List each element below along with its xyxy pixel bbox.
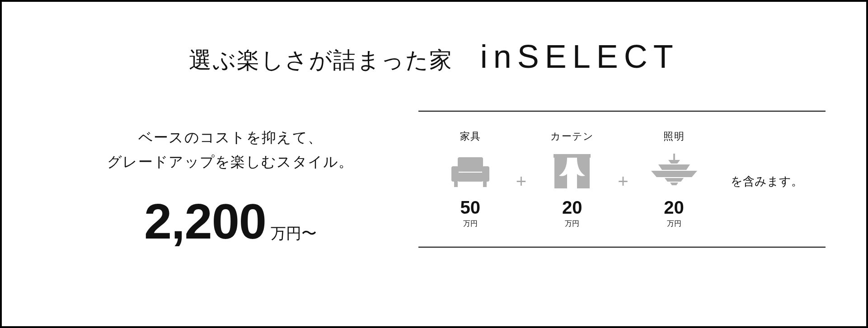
svg-rect-6 [554, 154, 591, 158]
inclusion-label: 家具 [460, 130, 481, 143]
sofa-icon [448, 151, 493, 192]
inclusion-amount: 20 [562, 198, 582, 216]
headline-tagline: 選ぶ楽しさが詰まった家 [189, 45, 453, 75]
left-column: ベースのコストを抑えて、 グレードアップを楽しむスタイル。 2,200 万円〜 [42, 107, 418, 250]
svg-rect-0 [458, 157, 483, 172]
pendant-light-icon [649, 151, 699, 192]
inclusion-amount: 50 [460, 198, 481, 216]
inclusion-unit: 万円 [565, 219, 579, 229]
svg-rect-4 [454, 182, 458, 187]
svg-rect-2 [482, 166, 489, 182]
content-row: ベースのコストを抑えて、 グレードアップを楽しむスタイル。 2,200 万円〜 … [42, 107, 826, 304]
price: 2,200 万円〜 [144, 192, 317, 250]
inclusion-amount: 20 [664, 198, 684, 216]
svg-rect-5 [483, 182, 487, 187]
inclusions-box: 家具 50 万円 + [418, 111, 826, 248]
subcopy-line2: グレードアップを楽しむスタイル。 [107, 150, 353, 174]
includes-note: を含みます。 [731, 173, 803, 189]
svg-rect-7 [673, 154, 675, 160]
right-column: 家具 50 万円 + [418, 107, 826, 248]
headline: 選ぶ楽しさが詰まった家 inSELECT [42, 38, 826, 75]
curtain-icon [552, 151, 592, 192]
promo-frame: 選ぶ楽しさが詰まった家 inSELECT ベースのコストを抑えて、 グレードアッ… [0, 0, 868, 328]
inclusion-item-curtain: カーテン 20 万円 [534, 130, 610, 229]
inclusion-item-lighting: 照明 20 万円 [636, 130, 713, 229]
price-amount: 2,200 [144, 192, 266, 250]
plus-icon: + [513, 171, 529, 192]
subcopy: ベースのコストを抑えて、 グレードアップを楽しむスタイル。 [107, 125, 353, 174]
plus-icon: + [615, 171, 631, 192]
inclusion-unit: 万円 [463, 219, 478, 229]
brand-logo-text: inSELECT [480, 38, 679, 75]
subcopy-line1: ベースのコストを抑えて、 [107, 125, 353, 150]
price-unit: 万円〜 [271, 223, 317, 244]
svg-rect-1 [451, 166, 459, 182]
inclusion-unit: 万円 [667, 219, 681, 229]
inclusion-label: 照明 [663, 130, 684, 143]
inclusion-label: カーテン [550, 130, 593, 143]
svg-rect-3 [458, 173, 483, 182]
inclusion-item-furniture: 家具 50 万円 [432, 130, 509, 229]
